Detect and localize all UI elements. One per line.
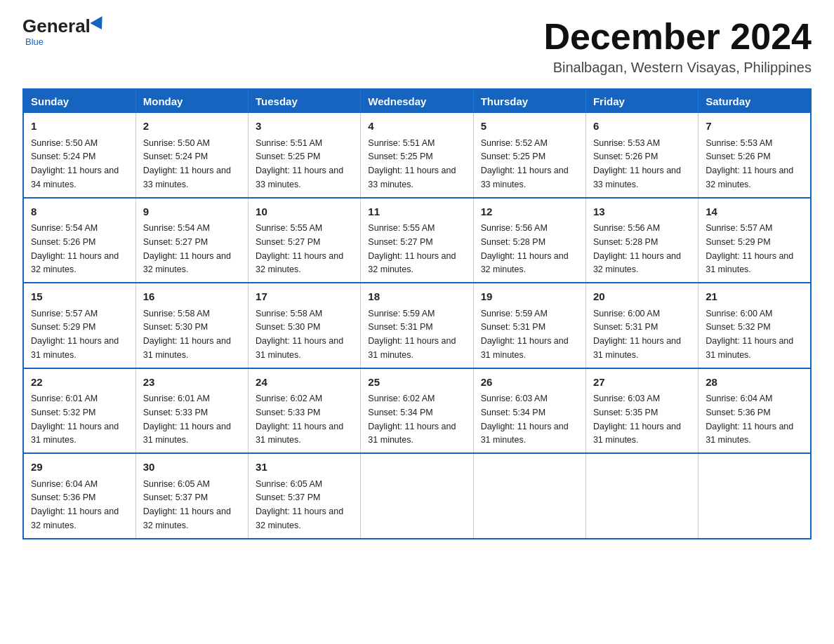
sunrise-info: Sunrise: 5:58 AM — [143, 309, 210, 318]
daylight-info: Daylight: 11 hours and 31 minutes. — [706, 251, 793, 275]
sunset-info: Sunset: 5:25 PM — [481, 152, 545, 161]
day-number: 12 — [481, 204, 578, 220]
sunset-info: Sunset: 5:32 PM — [31, 408, 95, 417]
calendar-cell — [699, 453, 811, 539]
daylight-info: Daylight: 11 hours and 32 minutes. — [143, 507, 231, 530]
daylight-info: Daylight: 11 hours and 31 minutes. — [706, 336, 793, 360]
day-number: 24 — [256, 375, 353, 391]
weekday-header-thursday: Thursday — [473, 89, 585, 113]
day-number: 18 — [368, 289, 465, 305]
sunset-info: Sunset: 5:26 PM — [31, 237, 95, 247]
day-number: 23 — [143, 375, 241, 391]
day-number: 19 — [481, 289, 578, 305]
sunset-info: Sunset: 5:27 PM — [256, 237, 320, 247]
daylight-info: Daylight: 11 hours and 32 minutes. — [706, 166, 793, 189]
sunrise-info: Sunrise: 5:59 AM — [368, 309, 435, 318]
sunset-info: Sunset: 5:27 PM — [143, 237, 208, 247]
sunset-info: Sunset: 5:30 PM — [256, 322, 320, 332]
sunset-info: Sunset: 5:36 PM — [706, 408, 770, 417]
calendar-cell: 26 Sunrise: 6:03 AM Sunset: 5:34 PM Dayl… — [473, 368, 585, 454]
sunset-info: Sunset: 5:28 PM — [481, 237, 545, 247]
sunrise-info: Sunrise: 5:56 AM — [593, 223, 660, 233]
sunrise-info: Sunrise: 5:55 AM — [256, 223, 322, 233]
location-subtitle: Binalbagan, Western Visayas, Philippines — [543, 60, 812, 76]
sunset-info: Sunset: 5:29 PM — [706, 237, 770, 247]
header: General Blue December 2024 Binalbagan, W… — [22, 17, 812, 76]
daylight-info: Daylight: 11 hours and 31 minutes. — [368, 336, 456, 360]
day-number: 9 — [143, 204, 241, 220]
daylight-info: Daylight: 11 hours and 33 minutes. — [368, 166, 456, 189]
sunset-info: Sunset: 5:25 PM — [256, 152, 320, 161]
daylight-info: Daylight: 11 hours and 34 minutes. — [31, 166, 119, 189]
calendar-week-row: 29 Sunrise: 6:04 AM Sunset: 5:36 PM Dayl… — [23, 453, 811, 539]
sunset-info: Sunset: 5:25 PM — [368, 152, 432, 161]
sunrise-info: Sunrise: 5:58 AM — [256, 309, 322, 318]
daylight-info: Daylight: 11 hours and 31 minutes. — [481, 422, 569, 445]
daylight-info: Daylight: 11 hours and 31 minutes. — [143, 336, 231, 360]
calendar-cell: 3 Sunrise: 5:51 AM Sunset: 5:25 PM Dayli… — [249, 113, 361, 198]
daylight-info: Daylight: 11 hours and 31 minutes. — [31, 422, 119, 445]
calendar-cell: 22 Sunrise: 6:01 AM Sunset: 5:32 PM Dayl… — [23, 368, 135, 454]
logo-triangle-icon — [90, 16, 107, 33]
day-number: 6 — [593, 119, 691, 135]
calendar-cell: 30 Sunrise: 6:05 AM Sunset: 5:37 PM Dayl… — [135, 453, 248, 539]
sunrise-info: Sunrise: 6:05 AM — [256, 479, 322, 489]
day-number: 2 — [143, 119, 241, 135]
sunrise-info: Sunrise: 5:50 AM — [143, 138, 210, 148]
sunrise-info: Sunrise: 5:54 AM — [31, 223, 98, 233]
day-number: 22 — [31, 375, 128, 391]
daylight-info: Daylight: 11 hours and 32 minutes. — [593, 251, 681, 275]
logo: General Blue — [22, 17, 106, 47]
day-number: 4 — [368, 119, 465, 135]
sunset-info: Sunset: 5:26 PM — [593, 152, 658, 161]
sunrise-info: Sunrise: 5:51 AM — [368, 138, 435, 148]
daylight-info: Daylight: 11 hours and 33 minutes. — [143, 166, 231, 189]
daylight-info: Daylight: 11 hours and 31 minutes. — [481, 336, 569, 360]
sunrise-info: Sunrise: 5:57 AM — [31, 309, 98, 318]
sunrise-info: Sunrise: 6:01 AM — [31, 394, 98, 403]
sunset-info: Sunset: 5:32 PM — [706, 322, 770, 332]
day-number: 1 — [31, 119, 128, 135]
day-number: 16 — [143, 289, 241, 305]
calendar-cell: 17 Sunrise: 5:58 AM Sunset: 5:30 PM Dayl… — [249, 283, 361, 368]
day-number: 31 — [256, 459, 353, 476]
calendar-cell: 14 Sunrise: 5:57 AM Sunset: 5:29 PM Dayl… — [699, 198, 811, 283]
daylight-info: Daylight: 11 hours and 31 minutes. — [368, 422, 456, 445]
sunrise-info: Sunrise: 6:00 AM — [593, 309, 660, 318]
sunrise-info: Sunrise: 6:03 AM — [593, 394, 660, 403]
sunrise-info: Sunrise: 5:53 AM — [593, 138, 660, 148]
calendar-cell: 13 Sunrise: 5:56 AM Sunset: 5:28 PM Dayl… — [585, 198, 698, 283]
sunrise-info: Sunrise: 5:56 AM — [481, 223, 548, 233]
weekday-header-friday: Friday — [585, 89, 698, 113]
day-number: 3 — [256, 119, 353, 135]
calendar-cell — [585, 453, 698, 539]
day-number: 13 — [593, 204, 691, 220]
daylight-info: Daylight: 11 hours and 32 minutes. — [31, 507, 119, 530]
day-number: 15 — [31, 289, 128, 305]
daylight-info: Daylight: 11 hours and 32 minutes. — [256, 251, 343, 275]
calendar-cell: 29 Sunrise: 6:04 AM Sunset: 5:36 PM Dayl… — [23, 453, 135, 539]
day-number: 30 — [143, 459, 241, 476]
daylight-info: Daylight: 11 hours and 32 minutes. — [481, 251, 569, 275]
weekday-header-monday: Monday — [135, 89, 248, 113]
daylight-info: Daylight: 11 hours and 32 minutes. — [31, 251, 119, 275]
day-number: 27 — [593, 375, 691, 391]
calendar-cell: 4 Sunrise: 5:51 AM Sunset: 5:25 PM Dayli… — [361, 113, 473, 198]
daylight-info: Daylight: 11 hours and 31 minutes. — [593, 422, 681, 445]
sunrise-info: Sunrise: 5:54 AM — [143, 223, 210, 233]
daylight-info: Daylight: 11 hours and 31 minutes. — [143, 422, 231, 445]
weekday-header-tuesday: Tuesday — [249, 89, 361, 113]
sunset-info: Sunset: 5:29 PM — [31, 322, 95, 332]
sunset-info: Sunset: 5:30 PM — [143, 322, 208, 332]
daylight-info: Daylight: 11 hours and 31 minutes. — [593, 336, 681, 360]
sunrise-info: Sunrise: 5:57 AM — [706, 223, 772, 233]
sunrise-info: Sunrise: 6:04 AM — [31, 479, 98, 489]
sunrise-info: Sunrise: 6:02 AM — [256, 394, 322, 403]
calendar-cell: 21 Sunrise: 6:00 AM Sunset: 5:32 PM Dayl… — [699, 283, 811, 368]
calendar-cell: 12 Sunrise: 5:56 AM Sunset: 5:28 PM Dayl… — [473, 198, 585, 283]
logo-blue-text: Blue — [25, 36, 44, 47]
daylight-info: Daylight: 11 hours and 31 minutes. — [706, 422, 793, 445]
sunrise-info: Sunrise: 5:55 AM — [368, 223, 435, 233]
weekday-header-saturday: Saturday — [699, 89, 811, 113]
calendar-cell: 16 Sunrise: 5:58 AM Sunset: 5:30 PM Dayl… — [135, 283, 248, 368]
